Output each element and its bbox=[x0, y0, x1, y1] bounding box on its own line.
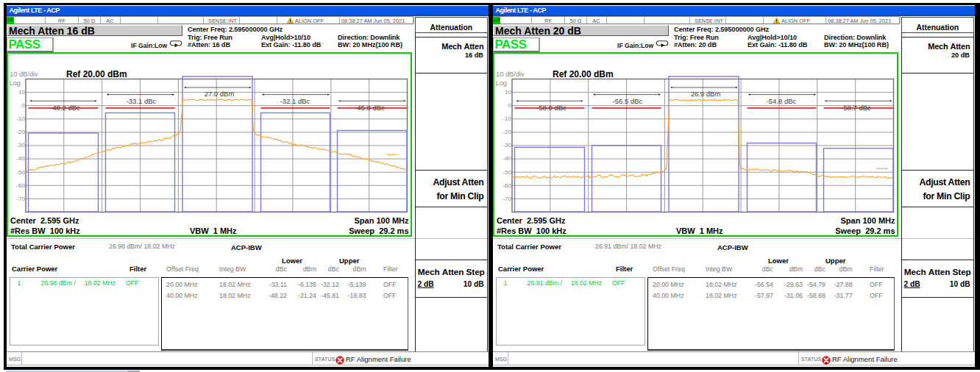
svg-text:-58.7 dBc: -58.7 dBc bbox=[841, 103, 871, 111]
svg-text:-48.2 dBc: -48.2 dBc bbox=[50, 103, 80, 111]
svg-text:-58.0 dBc: -58.0 dBc bbox=[536, 103, 567, 111]
svg-text:27.0 dBm: 27.0 dBm bbox=[204, 89, 234, 97]
svg-text:26.9 dBm: 26.9 dBm bbox=[690, 89, 720, 97]
svg-text:-33.1 dBc: -33.1 dBc bbox=[126, 96, 156, 104]
svg-text:-32.1 dBc: -32.1 dBc bbox=[280, 96, 310, 104]
svg-text:-56.5 dBc: -56.5 dBc bbox=[612, 96, 642, 104]
svg-text:-54.8 dBc: -54.8 dBc bbox=[766, 96, 796, 104]
svg-text:-45.8 dBc: -45.8 dBc bbox=[355, 103, 385, 111]
